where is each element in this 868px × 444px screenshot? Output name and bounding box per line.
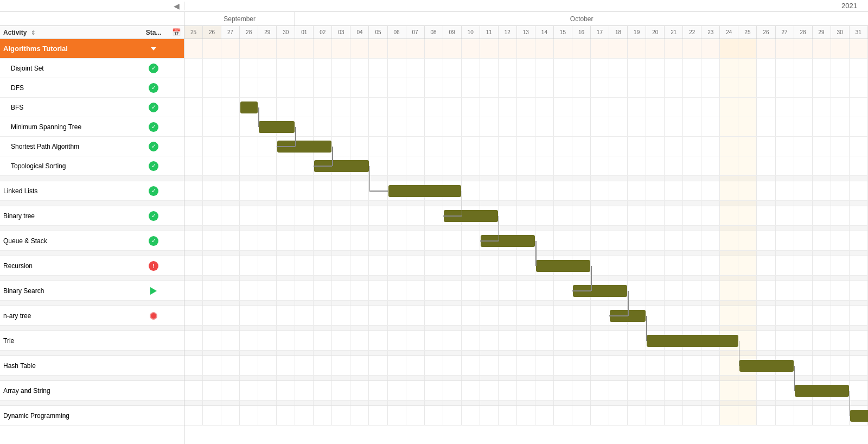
- connector-h-5: [480, 240, 499, 242]
- day-cell-30: 30: [277, 26, 295, 39]
- day-cell-13: 13: [517, 26, 535, 39]
- row-name-n-ary-tree: n-ary tree: [0, 312, 138, 320]
- day-cell-15: 15: [554, 26, 572, 39]
- month-left-spacer: [0, 12, 184, 26]
- task-row-queue-stack: Queue & Stack✓: [0, 231, 184, 251]
- gantt-row-bg-sep7: [184, 326, 868, 331]
- gantt-row-bg-array-and-string: [184, 381, 868, 401]
- day-cell-24: 24: [720, 26, 738, 39]
- prev-arrow[interactable]: ◀: [174, 2, 180, 10]
- task-row-disjoint-set: Disjoint Set✓: [0, 59, 184, 78]
- gantt-row-bg-disjoint-set: [184, 59, 868, 78]
- row-name-queue-stack: Queue & Stack: [0, 237, 138, 245]
- task-row-hash-table: Hash Table: [0, 356, 184, 376]
- gantt-row-bg-n-ary-tree: [184, 306, 868, 326]
- circle-red-icon: [150, 312, 157, 320]
- gantt-row-bg-dynamic-programming: [184, 406, 868, 426]
- connector-h-7: [572, 290, 591, 291]
- day-cell-04: 04: [350, 26, 369, 39]
- task-row-binary-tree: Binary tree✓: [0, 206, 184, 226]
- row-name-dynamic-programming: Dynamic Programming: [0, 412, 138, 420]
- separator-sep8: [0, 351, 184, 356]
- row-status-shortest-path: ✓: [138, 142, 169, 151]
- connector-h-4: [443, 215, 462, 217]
- row-status-n-ary-tree: [138, 312, 169, 320]
- separator-sep6: [0, 301, 184, 306]
- row-status-topological-sorting: ✓: [138, 161, 169, 171]
- day-cell-07: 07: [406, 26, 425, 39]
- row-name-topological-sorting: Topological Sorting: [0, 162, 138, 170]
- day-cell-03: 03: [332, 26, 350, 39]
- status-header: Sta...: [138, 29, 169, 36]
- gantt-bar-linked-lists[interactable]: [388, 185, 461, 197]
- day-cell-25: 25: [184, 26, 203, 39]
- year-label: 2021: [184, 2, 868, 10]
- task-row-n-ary-tree: n-ary tree: [0, 306, 184, 326]
- check-icon: ✓: [149, 186, 158, 196]
- right-panel: [184, 39, 868, 444]
- check-icon: ✓: [149, 103, 158, 112]
- day-cell-20: 20: [646, 26, 665, 39]
- day-cell-23: 23: [701, 26, 720, 39]
- day-cell-17: 17: [591, 26, 609, 39]
- connector-v-2: [332, 147, 333, 166]
- connector-v-9: [646, 316, 647, 341]
- row-status-disjoint-set: ✓: [138, 64, 169, 73]
- check-icon: ✓: [149, 236, 158, 246]
- connector-v-12: [850, 391, 851, 416]
- row-status-algorithms-tutorial[interactable]: [138, 47, 169, 50]
- task-row-binary-search: Binary Search: [0, 281, 184, 301]
- gantt-bar-array-and-string[interactable]: [795, 385, 849, 397]
- day-cell-16: 16: [572, 26, 591, 39]
- check-icon: ✓: [149, 142, 158, 151]
- day-cells: 2526272829300102030405060708091011121314…: [184, 26, 868, 39]
- gantt-row-bg-topological-sorting: [184, 156, 868, 176]
- gantt-row-bg-sep4: [184, 251, 868, 256]
- year-bar: ◀ 2021: [0, 0, 868, 12]
- row-name-binary-tree: Binary tree: [0, 212, 138, 220]
- separator-sep4: [0, 251, 184, 256]
- gantt-bar-dynamic-programming[interactable]: [850, 410, 868, 422]
- row-name-bfs: BFS: [0, 104, 138, 111]
- day-cell-19: 19: [628, 26, 646, 39]
- gantt-bar-hash-table[interactable]: [739, 360, 794, 372]
- day-cell-22: 22: [683, 26, 701, 39]
- gantt-bar-minimum-spanning-tree[interactable]: [259, 121, 295, 133]
- day-cell-06: 06: [388, 26, 406, 39]
- day-cell-28: 28: [240, 26, 258, 39]
- row-status-linked-lists: ✓: [138, 186, 169, 196]
- day-cell-26: 26: [203, 26, 221, 39]
- calendar-icon: 📅: [172, 28, 181, 36]
- gantt-row-bg-sep6: [184, 301, 868, 306]
- row-name-recursion: Recursion: [0, 262, 138, 270]
- gantt-bar-recursion[interactable]: [536, 260, 590, 272]
- day-cell-25: 25: [738, 26, 757, 39]
- connector-h-2: [314, 166, 332, 167]
- day-cell-05: 05: [369, 26, 387, 39]
- row-status-recursion: !: [138, 261, 169, 271]
- main-content: Algorithms TutorialDisjoint Set✓DFS✓BFS✓…: [0, 39, 868, 444]
- gantt-row-bg-sep9: [184, 376, 868, 381]
- separator-sep5: [0, 276, 184, 281]
- gantt-row-bg-sep5: [184, 276, 868, 281]
- gantt-bar-trie[interactable]: [647, 335, 738, 347]
- day-cell-08: 08: [425, 26, 443, 39]
- connector-h-8: [609, 315, 628, 316]
- connector-v-5: [499, 216, 500, 241]
- row-name-array-and-string: Array and String: [0, 387, 138, 395]
- gantt-row-bg-sep8: [184, 351, 868, 356]
- connector-v-1: [295, 127, 296, 147]
- task-row-recursion: Recursion!: [0, 256, 184, 276]
- gantt-bar-bfs[interactable]: [240, 102, 258, 113]
- task-row-linked-lists: Linked Lists✓: [0, 181, 184, 201]
- connector-v-4: [462, 191, 463, 216]
- gantt-row-bg-sep3: [184, 226, 868, 231]
- day-cell-29: 29: [813, 26, 831, 39]
- gantt-row-bg-linked-lists: [184, 181, 868, 201]
- task-row-bfs: BFS✓: [0, 98, 184, 117]
- row-status-bfs: ✓: [138, 103, 169, 112]
- row-name-minimum-spanning-tree: Minimum Spanning Tree: [0, 123, 138, 131]
- separator-sep2: [0, 201, 184, 206]
- row-status-minimum-spanning-tree: ✓: [138, 122, 169, 132]
- day-cell-10: 10: [462, 26, 480, 39]
